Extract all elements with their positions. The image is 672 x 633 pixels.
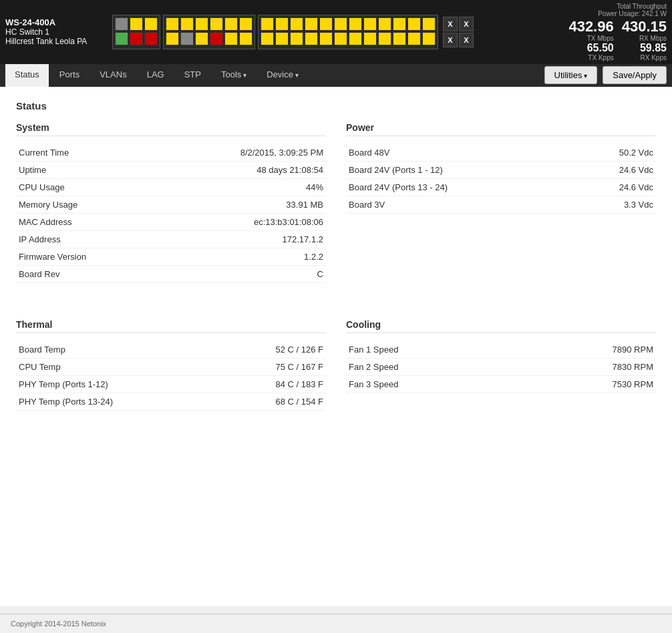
thermal-section: Thermal Board Temp52 C / 126 FCPU Temp75… bbox=[16, 319, 326, 411]
table-row: Board 3V3.3 Vdc bbox=[346, 196, 656, 213]
table-row: MAC Addressec:13:b3:01:08:06 bbox=[16, 213, 326, 230]
cooling-section-title: Cooling bbox=[346, 319, 656, 333]
device-location: Hillcrest Tank Leola PA bbox=[5, 37, 106, 46]
rx-mbps-col: 430.15 RX Mbps 59.85 RX Kpps bbox=[622, 19, 667, 61]
row-value: 1.2.2 bbox=[186, 248, 326, 265]
row-value: 68 C / 154 F bbox=[186, 393, 326, 410]
page-title: Status bbox=[16, 100, 656, 112]
rx-mbps-unit: RX Mbps bbox=[622, 35, 667, 42]
thermal-table: Board Temp52 C / 126 FCPU Temp75 C / 167… bbox=[16, 341, 326, 411]
table-row: Current Time8/2/2015, 3:09:25 PM bbox=[16, 144, 326, 162]
row-value: 7890 RPM bbox=[516, 341, 656, 359]
port-group-x: X X X X bbox=[441, 15, 476, 49]
table-row: CPU Usage44% bbox=[16, 178, 326, 196]
row-value: 50.2 Vdc bbox=[516, 144, 656, 162]
power-table: Board 48V50.2 VdcBoard 24V (Ports 1 - 12… bbox=[346, 144, 656, 214]
system-section: System Current Time8/2/2015, 3:09:25 PMU… bbox=[16, 122, 326, 283]
row-label: Board Temp bbox=[16, 341, 186, 359]
tab-stp[interactable]: STP bbox=[175, 64, 210, 87]
tx-kpps-value: 65.50 bbox=[568, 42, 613, 54]
row-label: IP Address bbox=[16, 230, 186, 248]
row-label: CPU Temp bbox=[16, 358, 186, 375]
save-apply-button[interactable]: Save/Apply bbox=[603, 66, 667, 84]
row-value: 44% bbox=[186, 178, 326, 196]
row-label: Fan 2 Speed bbox=[346, 358, 516, 375]
system-section-title: System bbox=[16, 122, 326, 136]
table-row: Board RevC bbox=[16, 265, 326, 282]
port-group-1 bbox=[112, 15, 160, 49]
port-11[interactable] bbox=[224, 17, 238, 31]
row-value: ec:13:b3:01:08:06 bbox=[186, 213, 326, 230]
table-row: Fan 2 Speed7830 RPM bbox=[346, 358, 656, 375]
footer: Copyright 2014-2015 Netonix bbox=[0, 614, 672, 633]
port-3[interactable] bbox=[144, 17, 158, 31]
port-9[interactable] bbox=[195, 17, 208, 31]
port-13[interactable] bbox=[166, 32, 179, 45]
throughput-label: Total Throughput bbox=[617, 3, 667, 10]
port-12[interactable] bbox=[239, 17, 253, 31]
utilities-button[interactable]: Utilities bbox=[544, 66, 598, 84]
tx-mbps-unit: TX Mbps bbox=[568, 35, 613, 42]
row-value: 33.91 MB bbox=[186, 196, 326, 213]
port-x2[interactable]: X bbox=[459, 17, 474, 31]
row-label: Fan 3 Speed bbox=[346, 375, 516, 393]
table-row: Fan 1 Speed7890 RPM bbox=[346, 341, 656, 359]
tab-status[interactable]: Status bbox=[5, 64, 49, 87]
port-x1[interactable]: X bbox=[443, 17, 458, 31]
table-row: Memory Usage33.91 MB bbox=[16, 196, 326, 213]
copyright-text: Copyright 2014-2015 Netonix bbox=[11, 620, 106, 628]
row-value: 7530 RPM bbox=[516, 375, 656, 393]
tab-ports[interactable]: Ports bbox=[50, 64, 89, 87]
row-label: MAC Address bbox=[16, 213, 186, 230]
navbar: Status Ports VLANs LAG STP Tools Device … bbox=[0, 64, 672, 87]
port-group-2 bbox=[163, 15, 255, 49]
row-label: Board Rev bbox=[16, 265, 186, 282]
thermal-section-title: Thermal bbox=[16, 319, 326, 333]
table-row: IP Address172.17.1.2 bbox=[16, 230, 326, 248]
table-row: Fan 3 Speed7530 RPM bbox=[346, 375, 656, 393]
cooling-table: Fan 1 Speed7890 RPMFan 2 Speed7830 RPMFa… bbox=[346, 341, 656, 393]
row-value: 7830 RPM bbox=[516, 358, 656, 375]
row-label: PHY Temp (Ports 1-12) bbox=[16, 375, 186, 393]
port-group-3 bbox=[258, 15, 438, 49]
table-row: Uptime48 days 21:08:54 bbox=[16, 161, 326, 178]
system-table: Current Time8/2/2015, 3:09:25 PMUptime48… bbox=[16, 144, 326, 283]
tab-lag[interactable]: LAG bbox=[138, 64, 174, 87]
row-label: Board 24V (Ports 13 - 24) bbox=[346, 178, 516, 196]
port-16[interactable] bbox=[210, 32, 223, 45]
tab-tools[interactable]: Tools bbox=[212, 64, 256, 87]
port-17[interactable] bbox=[224, 32, 238, 45]
info-grid: System Current Time8/2/2015, 3:09:25 PMU… bbox=[16, 122, 656, 411]
port-14[interactable] bbox=[180, 32, 194, 45]
port-15[interactable] bbox=[195, 32, 208, 45]
row-label: PHY Temp (Ports 13-24) bbox=[16, 393, 186, 410]
table-row: Board 24V (Ports 1 - 12)24.6 Vdc bbox=[346, 161, 656, 178]
row-value: 172.17.1.2 bbox=[186, 230, 326, 248]
row-label: Firmware Version bbox=[16, 248, 186, 265]
port-x3[interactable]: X bbox=[443, 33, 458, 47]
port-5[interactable] bbox=[130, 32, 143, 45]
nav-actions: Utilities Save/Apply bbox=[544, 66, 667, 84]
table-row: CPU Temp75 C / 167 F bbox=[16, 358, 326, 375]
tab-device[interactable]: Device bbox=[257, 64, 308, 87]
row-value: C bbox=[186, 265, 326, 282]
row-value: 52 C / 126 F bbox=[186, 341, 326, 359]
power-section-title: Power bbox=[346, 122, 656, 136]
row-value: 3.3 Vdc bbox=[516, 196, 656, 213]
port-1[interactable] bbox=[115, 17, 128, 31]
port-4[interactable] bbox=[115, 32, 128, 45]
rx-kpps-value: 59.85 bbox=[622, 42, 667, 54]
port-18[interactable] bbox=[239, 32, 253, 45]
port-8[interactable] bbox=[180, 17, 194, 31]
port-panel: X X X X bbox=[112, 15, 562, 49]
nav-tabs: Status Ports VLANs LAG STP Tools Device bbox=[5, 64, 308, 87]
port-7[interactable] bbox=[166, 17, 179, 31]
port-10[interactable] bbox=[210, 17, 223, 31]
tab-vlans[interactable]: VLANs bbox=[90, 64, 136, 87]
port-6[interactable] bbox=[144, 32, 158, 45]
row-value: 8/2/2015, 3:09:25 PM bbox=[186, 144, 326, 162]
port-2[interactable] bbox=[130, 17, 143, 31]
table-row: Board 24V (Ports 13 - 24)24.6 Vdc bbox=[346, 178, 656, 196]
port-x4[interactable]: X bbox=[459, 33, 474, 47]
table-row: Board 48V50.2 Vdc bbox=[346, 144, 656, 162]
